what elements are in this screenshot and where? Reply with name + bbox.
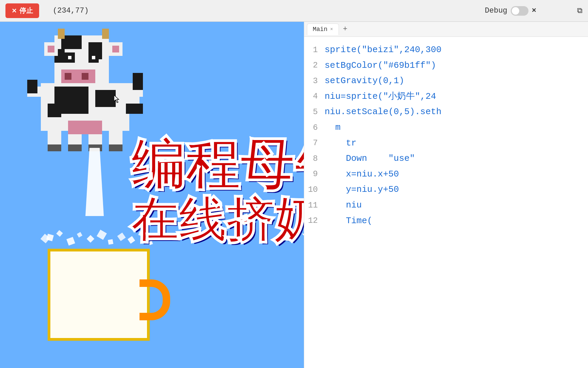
line-number-11: 11 [304, 199, 325, 212]
line-number-10: 10 [304, 183, 325, 196]
code-content-11: niu [325, 198, 362, 213]
expand-button[interactable]: ⧉ [577, 6, 583, 15]
code-editor[interactable]: 1 sprite("beizi",240,300 2 setBgColor("#… [304, 37, 588, 368]
stop-icon: ✕ [12, 7, 17, 15]
svg-rect-7 [92, 56, 95, 59]
code-content-5: niu.setScale(0,5).seth [325, 105, 441, 119]
line-number-12: 12 [304, 214, 325, 227]
debug-area: Debug × [485, 6, 536, 16]
line-number-2: 2 [304, 59, 325, 72]
code-line-9: 9 x=niu.x+50 [304, 167, 588, 182]
debug-label: Debug [485, 6, 507, 15]
main-content: 编程母牛 在线挤奶 Main × + 1 sprite("beizi",240,… [0, 22, 588, 368]
svg-rect-34 [27, 80, 37, 93]
tab-add-button[interactable]: + [340, 24, 350, 35]
svg-rect-16 [112, 46, 119, 52]
svg-rect-10 [82, 73, 88, 80]
svg-rect-31 [126, 104, 143, 114]
code-content-2: setBgColor("#69b1ff") [325, 59, 436, 73]
code-content-10: y=niu.y+50 [325, 183, 399, 197]
tab-main[interactable]: Main × [307, 24, 339, 35]
line-number-1: 1 [304, 44, 325, 57]
debug-toggle[interactable] [511, 6, 528, 16]
line-number-3: 3 [304, 75, 325, 88]
svg-rect-15 [48, 46, 54, 52]
coordinates-display: (234,77) [53, 6, 89, 15]
line-number-5: 5 [304, 106, 325, 119]
code-content-4: niu=sprite("小奶牛",24 [325, 90, 436, 104]
svg-rect-35 [133, 73, 143, 90]
code-line-11: 11 niu [304, 198, 588, 213]
line-number-7: 7 [304, 137, 325, 150]
code-line-2: 2 setBgColor("#69b1ff") [304, 58, 588, 74]
code-line-4: 4 niu=sprite("小奶牛",24 [304, 89, 588, 105]
code-line-1: 1 sprite("beizi",240,300 [304, 42, 588, 58]
code-line-5: 5 niu.setScale(0,5).seth [304, 104, 588, 120]
code-content-1: sprite("beizi",240,300 [325, 43, 441, 57]
code-line-8: 8 Down "use" [304, 151, 588, 167]
code-content-8: Down "use" [325, 152, 415, 166]
code-line-3: 3 setGravity(0,1) [304, 73, 588, 89]
tab-main-label: Main [313, 26, 327, 33]
game-panel: 编程母牛 在线挤奶 [0, 22, 304, 368]
svg-rect-26 [68, 144, 82, 151]
milk-splash [40, 231, 163, 258]
stop-button[interactable]: ✕ 停止 [5, 3, 39, 18]
line-number-6: 6 [304, 121, 325, 134]
debug-close-button[interactable]: × [532, 6, 536, 15]
code-line-12: 12 Time( [304, 213, 588, 229]
milk-cup [48, 245, 163, 341]
code-content-6: m [325, 121, 341, 135]
line-number-8: 8 [304, 152, 325, 165]
line-number-9: 9 [304, 168, 325, 181]
code-panel: Main × + 1 sprite("beizi",240,300 2 setB… [304, 22, 588, 368]
line-number-4: 4 [304, 90, 325, 103]
code-line-6: 6 m [304, 120, 588, 136]
code-content-7: tr [325, 136, 357, 151]
svg-rect-20 [48, 104, 61, 117]
cow-sprite [27, 29, 170, 153]
code-line-10: 10 y=niu.y+50 [304, 182, 588, 198]
svg-rect-9 [65, 73, 71, 80]
code-content-9: x=niu.x+50 [325, 167, 399, 182]
svg-rect-29 [68, 121, 102, 134]
svg-rect-6 [68, 56, 71, 59]
tab-main-close[interactable]: × [330, 27, 333, 32]
svg-rect-25 [48, 144, 61, 151]
code-line-7: 7 tr [304, 136, 588, 151]
svg-rect-19 [95, 90, 116, 107]
milk-in-cup [50, 251, 147, 338]
svg-rect-12 [102, 29, 109, 39]
code-content-3: setGravity(0,1) [325, 74, 404, 88]
cup-body [48, 249, 150, 341]
svg-rect-11 [58, 29, 65, 39]
svg-rect-28 [109, 144, 122, 151]
code-content-12: Time( [325, 214, 372, 228]
toolbar: ✕ 停止 (234,77) Debug × ⧉ [0, 0, 588, 22]
tab-bar: Main × + [304, 22, 588, 37]
stop-label: 停止 [19, 6, 33, 15]
